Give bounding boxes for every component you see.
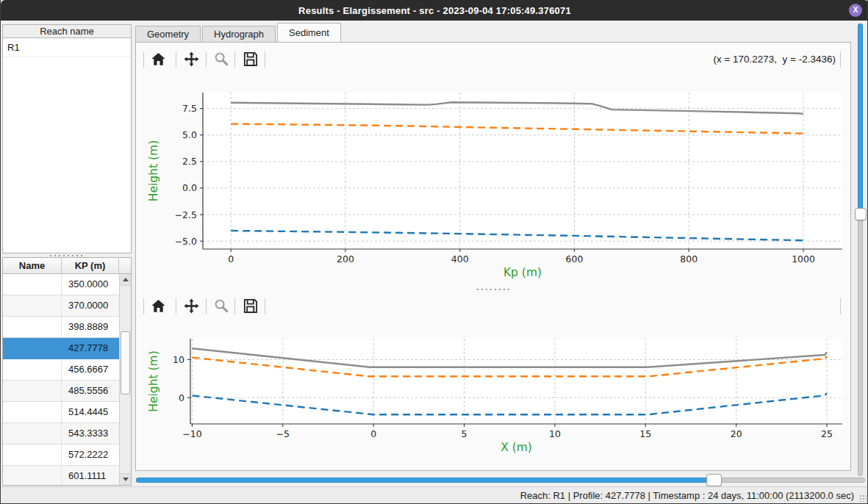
reach-panel: Reach name R1 Name KP (m) 350.0000370.00… bbox=[2, 22, 132, 486]
close-button[interactable]: X bbox=[849, 4, 862, 17]
scroll-down-button[interactable] bbox=[120, 473, 131, 485]
table-row[interactable]: 514.4445 bbox=[3, 402, 119, 423]
table-scrollbar[interactable] bbox=[119, 274, 131, 485]
table-header-row: Name KP (m) bbox=[3, 258, 131, 274]
cell-name[interactable] bbox=[3, 274, 62, 295]
x-tick-label: 200 bbox=[337, 253, 354, 264]
table-row[interactable]: 370.0000 bbox=[3, 295, 119, 317]
cross-section-chart[interactable]: −10−50510152025010X (m)Height (m) bbox=[138, 326, 847, 469]
table-row[interactable]: 456.6667 bbox=[3, 359, 119, 381]
save-button[interactable] bbox=[240, 296, 260, 316]
home-button[interactable] bbox=[148, 296, 168, 316]
home-button[interactable] bbox=[148, 49, 168, 69]
scroll-up-button[interactable] bbox=[120, 274, 131, 286]
cell-kp[interactable]: 427.7778 bbox=[62, 338, 119, 359]
tab-sediment[interactable]: Sediment bbox=[277, 23, 341, 42]
cell-kp[interactable]: 572.2222 bbox=[62, 444, 119, 465]
pan-button[interactable] bbox=[182, 296, 201, 316]
save-button[interactable] bbox=[240, 49, 260, 69]
y-axis-label: Height (m) bbox=[147, 140, 160, 201]
close-icon: X bbox=[853, 7, 858, 14]
toolbar-separator bbox=[265, 298, 265, 314]
x-tick-label: −10 bbox=[182, 428, 201, 439]
cell-name[interactable] bbox=[3, 402, 62, 422]
toolbar-separator bbox=[265, 51, 265, 68]
table-row[interactable]: 350.0000 bbox=[3, 274, 119, 295]
y-axis-label: Height (m) bbox=[147, 350, 160, 411]
table-row[interactable]: 572.2222 bbox=[3, 444, 119, 466]
column-header-kp[interactable]: KP (m) bbox=[62, 258, 119, 273]
x-tick-label: 25 bbox=[821, 428, 833, 439]
tab-bar: GeometryHydrographSediment bbox=[135, 23, 851, 42]
cell-kp[interactable]: 456.6667 bbox=[62, 359, 119, 380]
cell-kp[interactable]: 370.0000 bbox=[62, 295, 119, 316]
toolbar-separator bbox=[176, 51, 176, 68]
toolbar-separator bbox=[206, 298, 207, 314]
y-tick-label: 7.5 bbox=[182, 103, 197, 114]
cell-name[interactable] bbox=[3, 444, 62, 465]
titlebar[interactable]: Results - Elargissement - src - 2023-09-… bbox=[1, 0, 868, 21]
x-tick-label: −5 bbox=[276, 428, 290, 439]
plot-splitter-handle[interactable] bbox=[476, 288, 512, 291]
vertical-slider-fill bbox=[858, 24, 863, 212]
cell-kp[interactable]: 514.4445 bbox=[62, 402, 119, 422]
y-tick-label: 0.0 bbox=[182, 182, 197, 193]
zoom-icon bbox=[213, 298, 230, 314]
zoom-button[interactable] bbox=[212, 49, 232, 69]
plot-toolbar-bottom bbox=[136, 296, 852, 325]
x-tick-label: 10 bbox=[549, 428, 561, 439]
time-slider-fill bbox=[136, 478, 709, 483]
table-row[interactable]: 485.5556 bbox=[3, 381, 119, 402]
reach-list-item[interactable]: R1 bbox=[3, 38, 131, 57]
x-axis-label: X (m) bbox=[501, 441, 532, 454]
tab-hydrograph[interactable]: Hydrograph bbox=[202, 26, 276, 42]
toolbar-separator bbox=[143, 51, 144, 68]
cell-kp[interactable]: 350.0000 bbox=[62, 274, 119, 295]
column-header-name[interactable]: Name bbox=[3, 258, 62, 273]
toolbar-separator bbox=[234, 51, 235, 68]
time-slider[interactable] bbox=[135, 474, 867, 486]
cell-name[interactable] bbox=[3, 295, 62, 316]
status-text: Reach: R1 | Profile: 427.7778 | Timestam… bbox=[520, 490, 854, 501]
time-slider-thumb[interactable] bbox=[706, 474, 722, 486]
cell-kp[interactable]: 398.8889 bbox=[62, 317, 119, 337]
toolbar-separator bbox=[176, 298, 176, 314]
x-tick-label: 5 bbox=[462, 428, 467, 439]
cell-kp[interactable]: 601.1111 bbox=[62, 466, 119, 485]
home-icon bbox=[150, 51, 167, 68]
table-row[interactable]: 427.7778 bbox=[3, 338, 119, 359]
window-title: Results - Elargissement - src - 2023-09-… bbox=[298, 5, 571, 16]
cursor-coordinates: (x = 170.2273, y = -2.3436) bbox=[713, 54, 836, 65]
cell-kp[interactable]: 543.3333 bbox=[62, 423, 119, 444]
cell-name[interactable] bbox=[3, 466, 62, 485]
zoom-button[interactable] bbox=[212, 296, 232, 316]
size-grip[interactable] bbox=[859, 494, 867, 502]
cell-name[interactable] bbox=[3, 359, 62, 380]
triangle-up-icon bbox=[123, 278, 129, 281]
x-tick-label: 0 bbox=[228, 253, 234, 264]
cell-kp[interactable]: 485.5556 bbox=[62, 381, 119, 401]
results-window: Results - Elargissement - src - 2023-09-… bbox=[0, 0, 868, 504]
cell-name[interactable] bbox=[3, 423, 62, 444]
sediment-profile-chart[interactable]: 020040060080010007.55.02.50.0−2.5−5.0Kp … bbox=[138, 80, 847, 289]
vertical-slider[interactable] bbox=[853, 22, 867, 479]
tab-geometry[interactable]: Geometry bbox=[135, 26, 201, 42]
cell-name[interactable] bbox=[3, 381, 62, 401]
reach-list[interactable]: R1 bbox=[2, 37, 132, 253]
plot-panel: (x = 170.2273, y = -2.3436) 020040060080… bbox=[135, 42, 851, 471]
table-row[interactable]: 601.1111 bbox=[3, 466, 119, 485]
table-scrollbar-thumb[interactable] bbox=[121, 331, 130, 395]
reach-name-header: Reach name bbox=[2, 24, 132, 38]
cell-name[interactable] bbox=[3, 338, 62, 359]
triangle-down-icon bbox=[123, 478, 129, 481]
vertical-slider-thumb[interactable] bbox=[855, 208, 867, 220]
table-row[interactable]: 398.8889 bbox=[3, 317, 119, 338]
x-tick-label: 1000 bbox=[792, 253, 815, 264]
table-row[interactable]: 543.3333 bbox=[3, 423, 119, 444]
table-body: 350.0000370.0000398.8889427.7778456.6667… bbox=[3, 274, 119, 485]
pan-button[interactable] bbox=[182, 49, 201, 69]
cell-name[interactable] bbox=[3, 317, 62, 337]
x-tick-label: 20 bbox=[731, 428, 742, 439]
x-tick-label: 400 bbox=[451, 253, 469, 264]
y-tick-label: 10 bbox=[173, 354, 184, 365]
